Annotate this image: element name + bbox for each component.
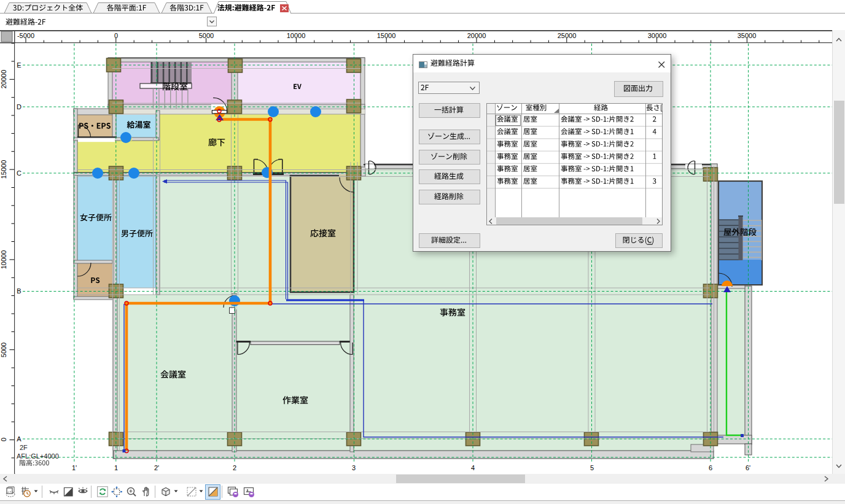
svg-text:5000: 5000 — [199, 32, 214, 39]
svg-text:D: D — [17, 103, 21, 110]
svg-text:C: C — [17, 169, 21, 177]
svg-text:2': 2' — [154, 464, 159, 471]
svg-text:20000: 20000 — [467, 32, 486, 39]
svg-text:1: 1 — [114, 464, 118, 471]
svg-text:6: 6 — [709, 464, 712, 471]
svg-text:2: 2 — [233, 464, 236, 471]
svg-text:1': 1' — [72, 464, 77, 471]
svg-text:-5000: -5000 — [17, 32, 34, 39]
svg-text:B: B — [17, 287, 21, 295]
svg-text:AFL:GL+4000: AFL:GL+4000 — [17, 452, 59, 460]
svg-text:A: A — [17, 435, 21, 443]
svg-text:5: 5 — [590, 464, 594, 471]
svg-text:0: 0 — [114, 32, 118, 39]
svg-text:6': 6' — [746, 464, 750, 471]
svg-text:E: E — [17, 61, 21, 69]
svg-text:20000: 20000 — [0, 70, 7, 89]
svg-text:10000: 10000 — [287, 32, 306, 39]
svg-text:4: 4 — [471, 464, 475, 471]
svg-text:25000: 25000 — [558, 32, 577, 39]
svg-text:0: 0 — [0, 438, 7, 441]
svg-text:15000: 15000 — [0, 160, 7, 179]
svg-text:3: 3 — [352, 464, 356, 471]
svg-text:30000: 30000 — [648, 32, 667, 39]
svg-text:2F: 2F — [20, 444, 28, 451]
svg-text:15000: 15000 — [377, 32, 396, 39]
svg-text:35000: 35000 — [738, 32, 757, 39]
svg-text:5000: 5000 — [0, 343, 7, 357]
svg-text:10000: 10000 — [0, 250, 7, 269]
